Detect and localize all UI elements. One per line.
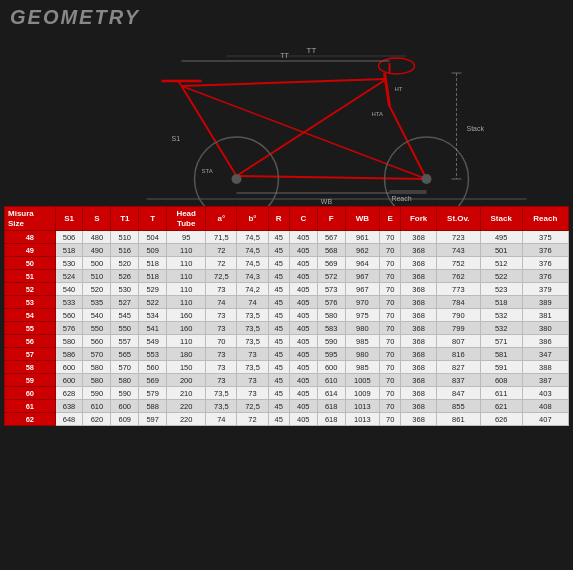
svg-text:WB: WB	[321, 198, 333, 205]
data-cell: 620	[83, 413, 111, 426]
data-cell: 407	[522, 413, 568, 426]
table-row: 586005805705601507373,545405600985703688…	[5, 361, 569, 374]
data-cell: 45	[268, 244, 289, 257]
data-cell: 368	[401, 283, 437, 296]
data-cell: 610	[83, 400, 111, 413]
data-cell: 527	[111, 296, 139, 309]
data-cell: 70	[380, 387, 401, 400]
data-cell: 405	[289, 257, 317, 270]
data-cell: 73	[206, 322, 237, 335]
data-cell: 405	[289, 387, 317, 400]
data-cell: 534	[139, 309, 167, 322]
data-cell: 73,5	[206, 400, 237, 413]
data-cell: 550	[83, 322, 111, 335]
data-cell: 389	[522, 296, 568, 309]
data-cell: 70	[380, 374, 401, 387]
data-cell: 45	[268, 387, 289, 400]
data-cell: 618	[317, 400, 345, 413]
data-cell: 150	[167, 361, 206, 374]
data-cell: 597	[139, 413, 167, 426]
data-cell: 827	[436, 361, 480, 374]
data-cell: 72,5	[237, 400, 268, 413]
data-cell: 518	[480, 296, 522, 309]
table-row: 485064805105049571,574,54540556796170368…	[5, 231, 569, 244]
data-cell: 784	[436, 296, 480, 309]
data-cell: 73,5	[206, 387, 237, 400]
data-cell: 569	[317, 257, 345, 270]
data-cell: 73	[206, 309, 237, 322]
data-cell: 522	[139, 296, 167, 309]
table-row: 495184905165091107274,545405568962703687…	[5, 244, 569, 257]
table-row: 5353353552752211074744540557697070368784…	[5, 296, 569, 309]
data-cell: 600	[111, 400, 139, 413]
size-cell: 60	[5, 387, 56, 400]
table-row: 555765505505411607373,545405583980703687…	[5, 322, 569, 335]
data-cell: 590	[83, 387, 111, 400]
data-cell: 45	[268, 283, 289, 296]
data-cell: 790	[436, 309, 480, 322]
svg-text:HT: HT	[395, 86, 403, 92]
data-cell: 520	[111, 257, 139, 270]
col-s1: S1	[55, 207, 83, 231]
data-cell: 608	[480, 374, 522, 387]
data-cell: 71,5	[206, 231, 237, 244]
data-cell: 565	[111, 348, 139, 361]
svg-point-13	[422, 174, 432, 184]
data-cell: 375	[522, 231, 568, 244]
data-cell: 405	[289, 296, 317, 309]
data-cell: 73	[237, 387, 268, 400]
col-t: T	[139, 207, 167, 231]
data-cell: 45	[268, 400, 289, 413]
data-cell: 110	[167, 244, 206, 257]
data-cell: 535	[83, 296, 111, 309]
col-b: b°	[237, 207, 268, 231]
data-cell: 773	[436, 283, 480, 296]
data-cell: 518	[139, 270, 167, 283]
data-cell: 516	[111, 244, 139, 257]
data-cell: 405	[289, 283, 317, 296]
data-cell: 518	[55, 244, 83, 257]
page-title: GEOMETRY	[10, 6, 563, 29]
col-reach: Reach	[522, 207, 568, 231]
data-cell: 540	[55, 283, 83, 296]
data-cell: 70	[380, 348, 401, 361]
data-cell: 376	[522, 257, 568, 270]
data-cell: 614	[317, 387, 345, 400]
table-row: 5758657056555318073734540559598070368816…	[5, 348, 569, 361]
data-cell: 347	[522, 348, 568, 361]
size-cell: 53	[5, 296, 56, 309]
data-cell: 73	[237, 374, 268, 387]
data-cell: 160	[167, 309, 206, 322]
size-cell: 61	[5, 400, 56, 413]
data-cell: 580	[111, 374, 139, 387]
data-cell: 1005	[345, 374, 380, 387]
data-cell: 368	[401, 322, 437, 335]
data-cell: 368	[401, 374, 437, 387]
data-cell: 576	[55, 322, 83, 335]
table-container: MisuraSize S1 S T1 T HeadTube a° b° R C …	[0, 206, 573, 570]
data-cell: 638	[55, 400, 83, 413]
table-row: 565805605575491107073,545405590985703688…	[5, 335, 569, 348]
data-cell: 532	[480, 322, 522, 335]
data-cell: 580	[317, 309, 345, 322]
data-cell: 386	[522, 335, 568, 348]
data-cell: 610	[317, 374, 345, 387]
data-cell: 405	[289, 270, 317, 283]
data-cell: 368	[401, 348, 437, 361]
col-wb: WB	[345, 207, 380, 231]
data-cell: 526	[111, 270, 139, 283]
data-cell: 70	[380, 335, 401, 348]
data-cell: 376	[522, 270, 568, 283]
data-cell: 72	[237, 413, 268, 426]
data-cell: 518	[139, 257, 167, 270]
data-cell: 752	[436, 257, 480, 270]
data-cell: 523	[480, 283, 522, 296]
data-cell: 110	[167, 270, 206, 283]
data-cell: 368	[401, 257, 437, 270]
data-cell: 74,5	[237, 231, 268, 244]
col-s: S	[83, 207, 111, 231]
data-cell: 405	[289, 374, 317, 387]
data-cell: 1013	[345, 413, 380, 426]
svg-point-11	[232, 174, 242, 184]
col-e: E	[380, 207, 401, 231]
